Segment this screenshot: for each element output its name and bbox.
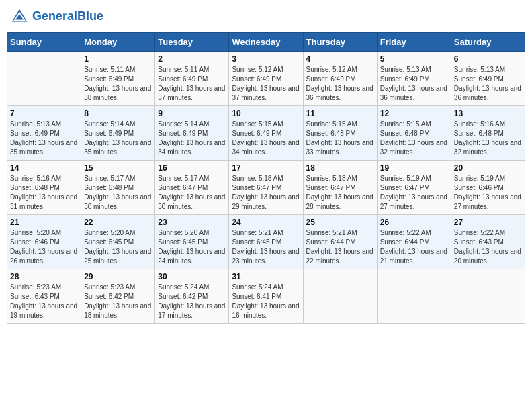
calendar-cell: 21Sunrise: 5:20 AMSunset: 6:46 PMDayligh…	[7, 215, 81, 269]
calendar-header: SundayMondayTuesdayWednesdayThursdayFrid…	[7, 33, 525, 52]
calendar-cell: 3Sunrise: 5:12 AMSunset: 6:49 PMDaylight…	[229, 52, 303, 106]
calendar-cell: 14Sunrise: 5:16 AMSunset: 6:48 PMDayligh…	[7, 161, 81, 215]
day-number: 5	[380, 54, 448, 64]
day-number: 2	[158, 54, 226, 64]
calendar-cell: 22Sunrise: 5:20 AMSunset: 6:45 PMDayligh…	[81, 215, 155, 269]
cell-info: Sunrise: 5:22 AMSunset: 6:44 PMDaylight:…	[380, 228, 448, 266]
calendar-cell: 8Sunrise: 5:14 AMSunset: 6:49 PMDaylight…	[81, 106, 155, 161]
cell-info: Sunrise: 5:15 AMSunset: 6:48 PMDaylight:…	[306, 120, 374, 157]
cell-info: Sunrise: 5:16 AMSunset: 6:48 PMDaylight:…	[10, 174, 78, 212]
cell-info: Sunrise: 5:14 AMSunset: 6:49 PMDaylight:…	[158, 120, 226, 157]
calendar-cell: 24Sunrise: 5:21 AMSunset: 6:45 PMDayligh…	[229, 215, 303, 269]
day-number: 26	[380, 218, 448, 227]
calendar-cell: 7Sunrise: 5:13 AMSunset: 6:49 PMDaylight…	[7, 106, 81, 161]
cell-info: Sunrise: 5:18 AMSunset: 6:47 PMDaylight:…	[306, 174, 374, 212]
day-number: 11	[306, 109, 374, 118]
cell-info: Sunrise: 5:11 AMSunset: 6:49 PMDaylight:…	[158, 65, 226, 103]
day-number: 3	[232, 54, 300, 64]
day-number: 29	[84, 272, 152, 281]
cell-info: Sunrise: 5:13 AMSunset: 6:49 PMDaylight:…	[380, 65, 448, 103]
calendar-cell: 28Sunrise: 5:23 AMSunset: 6:43 PMDayligh…	[7, 269, 81, 324]
day-number: 7	[10, 109, 78, 118]
cell-info: Sunrise: 5:11 AMSunset: 6:49 PMDaylight:…	[84, 65, 152, 103]
cell-info: Sunrise: 5:24 AMSunset: 6:42 PMDaylight:…	[158, 283, 226, 320]
day-number: 17	[232, 163, 300, 173]
cell-info: Sunrise: 5:15 AMSunset: 6:49 PMDaylight:…	[232, 120, 300, 157]
calendar-cell: 11Sunrise: 5:15 AMSunset: 6:48 PMDayligh…	[303, 106, 377, 161]
page-header: GeneralBlue	[7, 7, 525, 27]
calendar-cell: 26Sunrise: 5:22 AMSunset: 6:44 PMDayligh…	[377, 215, 451, 269]
week-row-4: 28Sunrise: 5:23 AMSunset: 6:43 PMDayligh…	[7, 269, 525, 324]
day-number: 20	[454, 163, 522, 173]
calendar-cell	[7, 52, 81, 106]
calendar-cell: 4Sunrise: 5:12 AMSunset: 6:49 PMDaylight…	[303, 52, 377, 106]
logo: GeneralBlue	[9, 7, 103, 27]
calendar-cell	[451, 269, 525, 324]
week-row-1: 7Sunrise: 5:13 AMSunset: 6:49 PMDaylight…	[7, 106, 525, 161]
cell-info: Sunrise: 5:17 AMSunset: 6:47 PMDaylight:…	[158, 174, 226, 212]
day-number: 28	[10, 272, 78, 281]
day-number: 18	[306, 163, 374, 173]
cell-info: Sunrise: 5:18 AMSunset: 6:47 PMDaylight:…	[232, 174, 300, 212]
week-row-0: 1Sunrise: 5:11 AMSunset: 6:49 PMDaylight…	[7, 52, 525, 106]
cell-info: Sunrise: 5:17 AMSunset: 6:48 PMDaylight:…	[84, 174, 152, 212]
cell-info: Sunrise: 5:21 AMSunset: 6:44 PMDaylight:…	[306, 228, 374, 266]
calendar-cell: 10Sunrise: 5:15 AMSunset: 6:49 PMDayligh…	[229, 106, 303, 161]
cell-info: Sunrise: 5:12 AMSunset: 6:49 PMDaylight:…	[306, 65, 374, 103]
calendar-cell: 12Sunrise: 5:15 AMSunset: 6:48 PMDayligh…	[377, 106, 451, 161]
calendar-cell: 31Sunrise: 5:24 AMSunset: 6:41 PMDayligh…	[229, 269, 303, 324]
day-number: 31	[232, 272, 300, 281]
header-day-wednesday: Wednesday	[229, 33, 303, 52]
cell-info: Sunrise: 5:13 AMSunset: 6:49 PMDaylight:…	[10, 120, 78, 157]
calendar-cell: 5Sunrise: 5:13 AMSunset: 6:49 PMDaylight…	[377, 52, 451, 106]
week-row-3: 21Sunrise: 5:20 AMSunset: 6:46 PMDayligh…	[7, 215, 525, 269]
cell-info: Sunrise: 5:16 AMSunset: 6:48 PMDaylight:…	[454, 120, 522, 157]
day-number: 14	[10, 163, 78, 173]
header-day-saturday: Saturday	[451, 33, 525, 52]
calendar-body: 1Sunrise: 5:11 AMSunset: 6:49 PMDaylight…	[7, 52, 525, 324]
day-number: 13	[454, 109, 522, 118]
calendar-cell: 16Sunrise: 5:17 AMSunset: 6:47 PMDayligh…	[155, 161, 229, 215]
calendar-cell: 19Sunrise: 5:19 AMSunset: 6:47 PMDayligh…	[377, 161, 451, 215]
calendar-cell: 1Sunrise: 5:11 AMSunset: 6:49 PMDaylight…	[81, 52, 155, 106]
logo-icon	[9, 7, 30, 27]
day-number: 21	[10, 218, 78, 227]
calendar-cell: 25Sunrise: 5:21 AMSunset: 6:44 PMDayligh…	[303, 215, 377, 269]
day-number: 16	[158, 163, 226, 173]
cell-info: Sunrise: 5:21 AMSunset: 6:45 PMDaylight:…	[232, 228, 300, 266]
calendar-cell: 6Sunrise: 5:13 AMSunset: 6:49 PMDaylight…	[451, 52, 525, 106]
cell-info: Sunrise: 5:19 AMSunset: 6:47 PMDaylight:…	[380, 174, 448, 212]
calendar-cell: 30Sunrise: 5:24 AMSunset: 6:42 PMDayligh…	[155, 269, 229, 324]
header-day-friday: Friday	[377, 33, 451, 52]
day-number: 27	[454, 218, 522, 227]
calendar-cell	[303, 269, 377, 324]
week-row-2: 14Sunrise: 5:16 AMSunset: 6:48 PMDayligh…	[7, 161, 525, 215]
day-number: 19	[380, 163, 448, 173]
cell-info: Sunrise: 5:20 AMSunset: 6:45 PMDaylight:…	[158, 228, 226, 266]
header-day-thursday: Thursday	[303, 33, 377, 52]
day-number: 6	[454, 54, 522, 64]
cell-info: Sunrise: 5:14 AMSunset: 6:49 PMDaylight:…	[84, 120, 152, 157]
day-number: 22	[84, 218, 152, 227]
day-number: 23	[158, 218, 226, 227]
header-day-tuesday: Tuesday	[155, 33, 229, 52]
cell-info: Sunrise: 5:23 AMSunset: 6:42 PMDaylight:…	[84, 283, 152, 320]
cell-info: Sunrise: 5:15 AMSunset: 6:48 PMDaylight:…	[380, 120, 448, 157]
cell-info: Sunrise: 5:23 AMSunset: 6:43 PMDaylight:…	[10, 283, 78, 320]
calendar-cell: 2Sunrise: 5:11 AMSunset: 6:49 PMDaylight…	[155, 52, 229, 106]
cell-info: Sunrise: 5:12 AMSunset: 6:49 PMDaylight:…	[232, 65, 300, 103]
cell-info: Sunrise: 5:20 AMSunset: 6:45 PMDaylight:…	[84, 228, 152, 266]
calendar-cell: 23Sunrise: 5:20 AMSunset: 6:45 PMDayligh…	[155, 215, 229, 269]
day-number: 10	[232, 109, 300, 118]
cell-info: Sunrise: 5:20 AMSunset: 6:46 PMDaylight:…	[10, 228, 78, 266]
calendar-cell: 13Sunrise: 5:16 AMSunset: 6:48 PMDayligh…	[451, 106, 525, 161]
day-number: 12	[380, 109, 448, 118]
day-number: 8	[84, 109, 152, 118]
calendar-cell: 27Sunrise: 5:22 AMSunset: 6:43 PMDayligh…	[451, 215, 525, 269]
calendar-cell: 18Sunrise: 5:18 AMSunset: 6:47 PMDayligh…	[303, 161, 377, 215]
day-number: 25	[306, 218, 374, 227]
header-day-sunday: Sunday	[7, 33, 81, 52]
calendar-table: SundayMondayTuesdayWednesdayThursdayFrid…	[7, 32, 525, 324]
logo-text: GeneralBlue	[32, 10, 103, 24]
cell-info: Sunrise: 5:22 AMSunset: 6:43 PMDaylight:…	[454, 228, 522, 266]
